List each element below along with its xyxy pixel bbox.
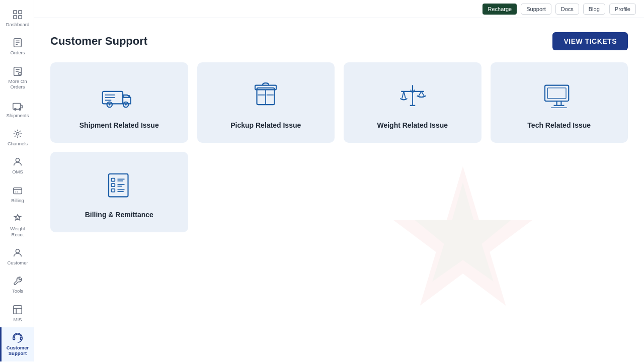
shipment-icon [102,81,137,113]
sidebar-item-oms[interactable]: OMS [0,151,34,179]
sidebar-item-weight-reco[interactable]: Weight Reco. [0,208,34,242]
topbar-btn-4[interactable]: Blog [583,4,605,15]
topbar-btn-1[interactable]: Recharge [482,4,517,15]
card-label-shipment: Shipment Related Issue [79,121,159,129]
topbar-btn-2[interactable]: Support [521,4,551,15]
sidebar-item-shipments[interactable]: Shipments [0,95,34,123]
sidebar-label-orders: Orders [10,50,25,55]
sidebar-label-channels: Channels [8,141,28,146]
svg-rect-55 [111,178,115,182]
weight-icon [395,81,430,113]
card-label-tech: Tech Related Issue [527,121,591,129]
svg-point-16 [16,158,19,162]
sidebar-label-mis: MIS [14,317,22,322]
sidebar-label-billing: Billing [11,198,24,203]
sidebar-label-tools: Tools [12,288,23,294]
tech-icon [541,81,577,113]
view-tickets-button[interactable]: VIEW TICKETS [552,32,628,50]
svg-rect-22 [14,305,22,314]
sidebar-item-channels[interactable]: Channels [0,123,34,151]
svg-rect-49 [548,88,567,99]
sidebar-item-tools[interactable]: Tools [0,270,34,299]
sidebar-item-dashboard[interactable]: Dashboard [0,4,34,32]
svg-point-21 [16,249,19,253]
card-label-billing: Billing & Remittance [85,211,153,219]
content-area: Customer Support VIEW TICKETS [34,18,644,362]
topbar-btn-3[interactable]: Docs [555,4,579,15]
sidebar-item-customer[interactable]: Customer [0,242,34,270]
svg-point-26 [109,104,111,106]
svg-rect-3 [19,16,22,19]
svg-point-28 [125,104,127,106]
pickup-icon [248,81,283,113]
top-bar: Recharge Support Docs Blog Profile [34,0,644,18]
card-shipment[interactable]: Shipment Related Issue [50,62,188,143]
sidebar-item-billing[interactable]: Billing [0,180,34,208]
sidebar-label-customer: Customer [7,260,28,265]
sidebar-label-weight-reco: Weight Reco. [4,226,32,237]
sidebar-item-mis[interactable]: MIS [0,299,34,327]
sidebar-label-more-on-orders: More On Orders [4,78,32,90]
card-label-pickup: Pickup Related Issue [230,121,301,129]
svg-rect-0 [14,11,17,14]
svg-rect-2 [14,16,17,19]
card-weight[interactable]: Weight Related Issue [344,62,481,143]
card-label-weight: Weight Related Issue [377,121,448,129]
sidebar-item-customer-support[interactable]: Customer Support [0,327,34,361]
topbar-btn-5[interactable]: Profile [609,4,636,15]
svg-rect-17 [14,188,22,194]
svg-line-42 [419,92,421,96]
card-billing[interactable]: Billing & Remittance [50,152,188,232]
svg-line-40 [402,92,404,99]
svg-point-11 [19,72,22,75]
sidebar-label-dashboard: Dashboard [6,22,29,27]
svg-line-41 [404,92,406,99]
sidebar-item-more-on-orders[interactable]: More On Orders [0,61,34,95]
svg-rect-58 [111,184,115,187]
card-pickup[interactable]: Pickup Related Issue [197,62,335,143]
cards-row-2: Billing & Remittance [50,152,628,232]
sidebar-label-oms: OMS [12,169,23,174]
billing-icon [102,170,137,203]
sidebar-item-orders[interactable]: Orders [0,32,34,60]
svg-line-43 [421,92,424,96]
sidebar: Dashboard Orders More On Orders Shipment… [0,0,34,362]
cards-row-1: Shipment Related Issue [50,62,628,143]
svg-rect-1 [19,11,22,14]
svg-point-15 [16,132,19,135]
main-content: Recharge Support Docs Blog Profile Custo… [34,0,644,362]
page-title: Customer Support [50,35,147,48]
page-header: Customer Support VIEW TICKETS [50,32,628,50]
card-tech[interactable]: Tech Related Issue [491,62,628,143]
svg-rect-61 [111,189,115,192]
sidebar-label-customer-support: Customer Support [4,345,32,356]
sidebar-label-shipments: Shipments [7,113,29,118]
top-bar-buttons: Recharge Support Docs Blog Profile [482,4,636,15]
